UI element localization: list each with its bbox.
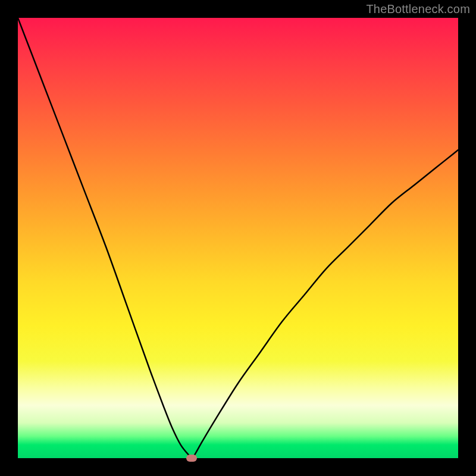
chart-frame: TheBottleneck.com	[0, 0, 476, 476]
watermark-text: TheBottleneck.com	[366, 2, 470, 16]
optimal-point-marker	[186, 455, 197, 462]
bottleneck-curve	[18, 18, 458, 458]
